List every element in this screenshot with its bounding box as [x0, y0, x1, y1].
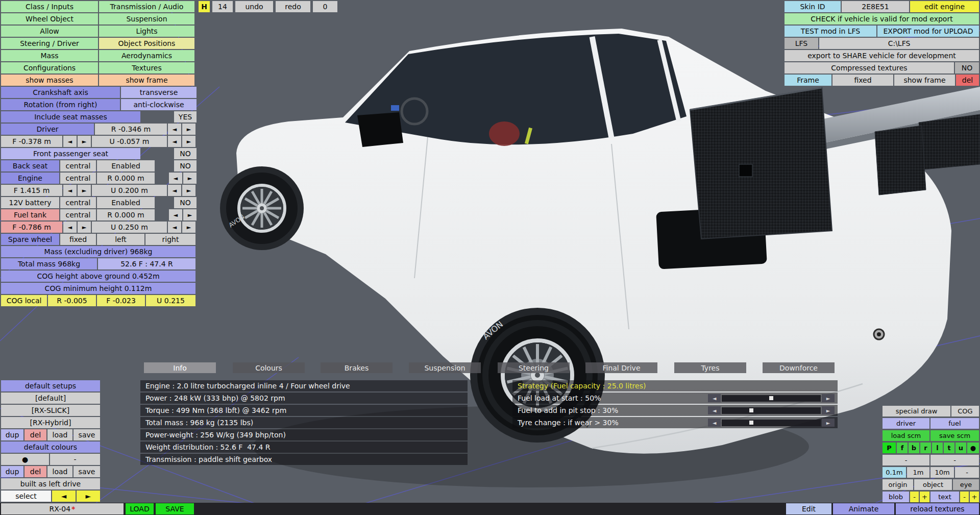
- show-frame-button[interactable]: show frame: [99, 75, 194, 86]
- toggle-dot[interactable]: ●: [967, 443, 979, 453]
- lfs-label[interactable]: LFS: [785, 38, 818, 49]
- step-right-arrow[interactable]: ►: [183, 209, 197, 220]
- step-left-arrow[interactable]: ◄: [168, 124, 181, 135]
- toggle-b[interactable]: b: [909, 443, 919, 453]
- vehicle-name-button[interactable]: RX-04*: [1, 503, 124, 514]
- menu-wheel-object[interactable]: Wheel Object: [1, 13, 98, 24]
- setup-del-button[interactable]: del: [24, 429, 46, 440]
- save-button[interactable]: SAVE: [156, 503, 194, 514]
- menu-configurations[interactable]: Configurations: [1, 62, 98, 73]
- driver-button[interactable]: Driver: [1, 124, 94, 135]
- step-left-arrow[interactable]: ◄: [168, 136, 181, 147]
- default-colours-button[interactable]: default colours: [1, 442, 100, 453]
- setup-item-default[interactable]: [default]: [1, 393, 100, 404]
- blob-plus-button[interactable]: +: [920, 492, 929, 502]
- tab-downforce[interactable]: Downforce: [763, 362, 835, 373]
- load-button[interactable]: LOAD: [126, 503, 154, 514]
- slider-track[interactable]: [722, 420, 821, 426]
- include-seat-masses-toggle[interactable]: YES: [174, 111, 197, 122]
- colour-load-button[interactable]: load: [47, 466, 72, 477]
- tab-final-drive[interactable]: Final Drive: [585, 362, 657, 373]
- tyre-change-label[interactable]: Tyre change : if wear > 30%: [518, 419, 619, 427]
- step-left-arrow[interactable]: ◄: [168, 185, 181, 196]
- history-toggle[interactable]: H: [199, 1, 210, 12]
- text-button[interactable]: text: [930, 492, 959, 502]
- check-mod-export-button[interactable]: CHECK if vehicle is valid for mod export: [785, 13, 979, 24]
- menu-transmission-audio[interactable]: Transmission / Audio: [99, 1, 194, 12]
- toggle-t[interactable]: t: [944, 443, 954, 453]
- tab-brakes[interactable]: Brakes: [321, 362, 393, 373]
- menu-allow[interactable]: Allow: [1, 26, 98, 37]
- frame-button[interactable]: Frame: [785, 75, 831, 86]
- blob-button[interactable]: blob: [883, 492, 909, 502]
- back-seat-state[interactable]: Enabled: [97, 160, 155, 171]
- step-1m-button[interactable]: 1m: [907, 467, 929, 478]
- step-right-arrow[interactable]: ►: [78, 185, 91, 196]
- setup-save-button[interactable]: save: [74, 429, 100, 440]
- fuel-tank-pos[interactable]: central: [60, 209, 96, 220]
- step-right-arrow[interactable]: ►: [182, 136, 195, 147]
- fuel-tank-r-value[interactable]: R 0.000 m: [97, 209, 155, 220]
- battery-button[interactable]: 12V battery: [1, 197, 59, 208]
- step-right-arrow[interactable]: ►: [182, 222, 195, 233]
- slider-track[interactable]: [722, 395, 821, 402]
- step-10m-button[interactable]: 10m: [930, 467, 954, 478]
- reload-textures-button[interactable]: reload textures: [896, 503, 979, 514]
- origin-button[interactable]: origin: [883, 479, 913, 490]
- colour-swatch-button[interactable]: ●: [1, 454, 49, 465]
- toggle-l[interactable]: l: [932, 443, 943, 453]
- slider-left-arrow[interactable]: ◄: [708, 419, 721, 427]
- cog-button[interactable]: COG: [951, 406, 979, 416]
- step-0-1m-button[interactable]: 0.1m: [883, 467, 906, 478]
- toggle-f[interactable]: f: [897, 443, 908, 453]
- edit-mode-button[interactable]: Edit: [786, 503, 831, 514]
- undo-button[interactable]: undo: [235, 1, 273, 12]
- fuel-tank-button[interactable]: Fuel tank: [1, 209, 59, 220]
- step-left-arrow[interactable]: ◄: [63, 185, 77, 196]
- fuel-tank-u-value[interactable]: U 0.250 m: [92, 222, 167, 233]
- animate-mode-button[interactable]: Animate: [833, 503, 894, 514]
- engine-u-value[interactable]: U 0.200 m: [92, 185, 167, 196]
- setup-item-rx-slick[interactable]: [RX-SLICK]: [1, 405, 100, 416]
- slider-right-arrow[interactable]: ►: [822, 419, 835, 427]
- menu-lights[interactable]: Lights: [99, 26, 194, 37]
- tab-steering[interactable]: Steering: [498, 362, 570, 373]
- spare-wheel-right[interactable]: right: [145, 234, 195, 245]
- slider-track[interactable]: [722, 407, 821, 414]
- menu-class-inputs[interactable]: Class / Inputs: [1, 1, 98, 12]
- blob-minus-button[interactable]: -: [910, 492, 919, 502]
- show-masses-button[interactable]: show masses: [1, 75, 98, 86]
- toggle-r[interactable]: r: [920, 443, 931, 453]
- crankshaft-axis-value[interactable]: transverse: [121, 87, 197, 98]
- rotation-value[interactable]: anti-clockwise: [121, 99, 197, 110]
- step-right-arrow[interactable]: ►: [183, 173, 197, 184]
- engine-button[interactable]: Engine: [1, 173, 59, 184]
- text-minus-button[interactable]: -: [960, 492, 969, 502]
- pit-fuel-label[interactable]: Fuel to add in pit stop : 30%: [518, 406, 618, 414]
- frame-show-button[interactable]: show frame: [894, 75, 955, 86]
- battery-state[interactable]: Enabled: [97, 197, 155, 208]
- menu-textures[interactable]: Textures: [99, 62, 194, 73]
- menu-object-positions-active[interactable]: Object Positions: [99, 38, 194, 49]
- engine-pos[interactable]: central: [60, 173, 96, 184]
- skin-id-value[interactable]: 2E8E51: [842, 1, 909, 12]
- load-scm-button[interactable]: load scm: [883, 430, 929, 441]
- eye-button[interactable]: eye: [953, 479, 979, 490]
- lfs-path-value[interactable]: C:\LFS: [819, 38, 979, 49]
- slider-left-arrow[interactable]: ◄: [708, 406, 721, 414]
- colour-save-button[interactable]: save: [74, 466, 100, 477]
- step-left-arrow[interactable]: ◄: [63, 222, 77, 233]
- back-seat-button[interactable]: Back seat: [1, 160, 59, 171]
- toggle-u[interactable]: u: [955, 443, 966, 453]
- tool-none-right[interactable]: -: [930, 455, 979, 465]
- step-right-arrow[interactable]: ►: [78, 222, 91, 233]
- tab-info[interactable]: Info: [144, 362, 216, 373]
- export-mod-button[interactable]: EXPORT mod for UPLOAD: [877, 26, 979, 37]
- slider-thumb[interactable]: [749, 408, 753, 412]
- share-export-button[interactable]: export to SHARE vehicle for development: [785, 50, 979, 61]
- driver-f-value[interactable]: F -0.378 m: [1, 136, 62, 147]
- slider-right-arrow[interactable]: ►: [822, 394, 835, 402]
- fuel-load-slider[interactable]: ◄ ►: [708, 394, 835, 402]
- step-left-arrow[interactable]: ◄: [63, 136, 77, 147]
- back-seat-toggle[interactable]: NO: [174, 160, 197, 171]
